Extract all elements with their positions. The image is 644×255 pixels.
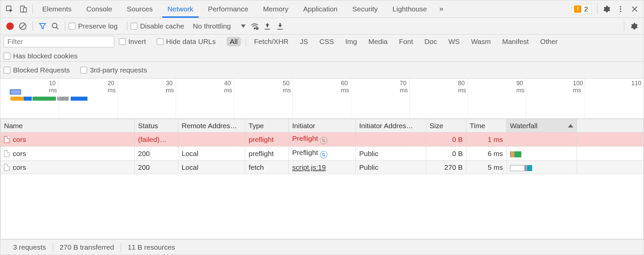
table-row[interactable]: cors200Localfetchscript.js:19Public270 B… — [1, 161, 644, 174]
col-type[interactable]: Type — [245, 119, 289, 133]
has-blocked-cookies-checkbox[interactable]: Has blocked cookies — [4, 52, 78, 60]
svg-point-5 — [620, 11, 621, 12]
col-spacer — [577, 119, 644, 133]
checkbox-icon — [69, 23, 75, 30]
col-time[interactable]: Time — [466, 119, 507, 133]
close-panel-icon[interactable] — [628, 2, 642, 16]
type-filter-all[interactable]: All — [227, 37, 241, 46]
hide-data-urls-checkbox[interactable]: Hide data URLs — [157, 38, 216, 46]
timeline-gridline — [351, 89, 351, 119]
tab-network[interactable]: Network — [160, 0, 201, 17]
timeline-bar — [57, 97, 69, 101]
cell-time: 1 ms — [466, 133, 507, 147]
cell-size: 0 B — [426, 133, 466, 147]
tab-performance[interactable]: Performance — [201, 0, 256, 17]
type-filter-ws[interactable]: WS — [445, 37, 463, 46]
device-toolbar-icon[interactable] — [16, 2, 30, 16]
cell-initiator: Preflight⇅ — [289, 133, 356, 147]
preflight-swap-icon: ⇅ — [320, 151, 327, 158]
3rd-party-requests-checkbox[interactable]: 3rd-party requests — [80, 66, 147, 74]
type-filter-fetch-xhr[interactable]: Fetch/XHR — [251, 37, 292, 46]
type-filter-js[interactable]: JS — [297, 37, 312, 46]
cell-status: (failed)… — [135, 133, 178, 147]
col-initiator-address[interactable]: Initiator Addres… — [356, 119, 426, 133]
invert-checkbox[interactable]: Invert — [119, 38, 146, 46]
blocked-requests-checkbox[interactable]: Blocked Requests — [4, 66, 70, 74]
cell-type: fetch — [245, 161, 289, 174]
tab-elements[interactable]: Elements — [35, 0, 79, 17]
type-filter-manifest[interactable]: Manifest — [499, 37, 532, 46]
record-button[interactable] — [4, 20, 16, 33]
waterfall-bar — [510, 151, 521, 157]
type-filter-doc[interactable]: Doc — [421, 37, 440, 46]
upload-har-icon[interactable] — [261, 20, 274, 33]
timeline-gridline — [176, 89, 176, 119]
settings-gear-icon[interactable] — [599, 2, 614, 16]
timeline-gridline — [585, 89, 585, 119]
issues-count: 2 — [584, 5, 588, 13]
timeline-tick: 10 ms — [59, 79, 59, 89]
svg-point-4 — [620, 8, 621, 10]
table-row[interactable]: cors(failed)…preflightPreflight⇅0 B1 ms — [1, 133, 644, 147]
type-filter-other[interactable]: Other — [537, 37, 561, 46]
col-waterfall[interactable]: Waterfall — [507, 119, 577, 133]
invert-label: Invert — [128, 38, 146, 46]
disable-cache-checkbox[interactable]: Disable cache — [131, 22, 184, 30]
svg-point-8 — [254, 28, 255, 29]
checkbox-icon — [4, 67, 10, 73]
type-filter-media[interactable]: Media — [365, 37, 391, 46]
clear-log-icon[interactable] — [16, 20, 29, 33]
cell-waterfall — [507, 133, 577, 147]
type-filter-css[interactable]: CSS — [316, 37, 337, 46]
status-transferred: 270 B transferred — [53, 243, 121, 251]
table-row[interactable]: cors200LocalpreflightPreflight⇅Public0 B… — [1, 147, 644, 161]
timeline-selection-handle[interactable] — [10, 89, 21, 95]
network-settings-gear-icon[interactable] — [628, 20, 640, 33]
timeline-tick: 40 ms — [234, 79, 234, 89]
tab-application[interactable]: Application — [296, 0, 345, 17]
issues-badge[interactable]: ! 2 — [572, 4, 592, 14]
cell-time: 5 ms — [466, 161, 507, 174]
timeline-overview[interactable]: 10 ms20 ms30 ms40 ms50 ms60 ms70 ms80 ms… — [0, 79, 644, 119]
waterfall-bar — [510, 165, 532, 171]
has-blocked-cookies-label: Has blocked cookies — [13, 52, 78, 60]
download-har-icon[interactable] — [274, 20, 286, 33]
col-size[interactable]: Size — [426, 119, 466, 133]
tab-lighthouse[interactable]: Lighthouse — [385, 0, 434, 17]
cell-initiator: Preflight⇅ — [289, 147, 356, 161]
checkbox-icon — [131, 23, 137, 30]
type-filter-wasm[interactable]: Wasm — [468, 37, 494, 46]
timeline-bar — [24, 97, 32, 101]
file-icon — [4, 164, 9, 171]
type-filter-img[interactable]: Img — [342, 37, 361, 46]
more-tabs-icon[interactable]: » — [434, 2, 448, 16]
3rd-party-requests-label: 3rd-party requests — [90, 66, 147, 74]
col-name[interactable]: Name — [1, 119, 135, 133]
tab-console[interactable]: Console — [79, 0, 120, 17]
preflight-swap-icon: ⇅ — [320, 137, 327, 144]
col-status[interactable]: Status — [135, 119, 178, 133]
inspect-element-icon[interactable] — [2, 2, 16, 16]
disable-cache-label: Disable cache — [140, 22, 184, 30]
timeline-bar — [71, 97, 87, 101]
separator — [246, 37, 246, 46]
cell-type: preflight — [245, 133, 289, 147]
preserve-log-checkbox[interactable]: Preserve log — [69, 22, 118, 30]
timeline-gridline — [59, 89, 59, 119]
tab-security[interactable]: Security — [345, 0, 385, 17]
kebab-menu-icon[interactable] — [614, 2, 628, 16]
col-remote-address[interactable]: Remote Addres… — [178, 119, 245, 133]
filter-funnel-icon[interactable] — [36, 20, 49, 33]
col-initiator[interactable]: Initiator — [289, 119, 356, 133]
tab-memory[interactable]: Memory — [256, 0, 296, 17]
timeline-bar — [10, 97, 24, 101]
timeline-tick: 80 ms — [468, 79, 468, 89]
svg-rect-2 — [23, 8, 26, 12]
type-filter-font[interactable]: Font — [396, 37, 416, 46]
cell-initiator[interactable]: script.js:19 — [289, 161, 356, 174]
search-icon[interactable] — [49, 20, 62, 33]
tab-sources[interactable]: Sources — [120, 0, 160, 17]
throttling-select[interactable]: No throttling — [190, 21, 248, 31]
network-conditions-icon[interactable] — [248, 20, 261, 33]
filter-input[interactable] — [4, 36, 114, 47]
